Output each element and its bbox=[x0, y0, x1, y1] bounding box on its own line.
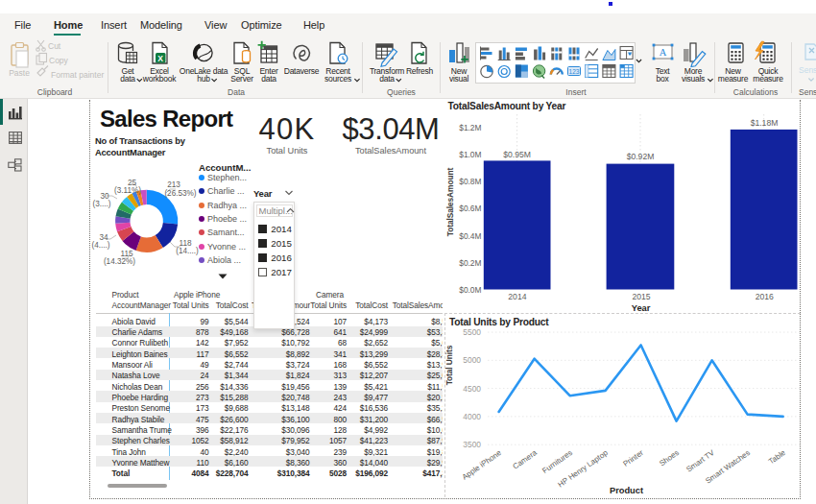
svg-text:Camera: Camera bbox=[511, 448, 539, 471]
svg-text:visual: visual bbox=[449, 74, 469, 84]
svg-text:2016: 2016 bbox=[756, 292, 774, 301]
svg-text:$0.4M: $0.4M bbox=[459, 231, 481, 241]
svg-text:Total Units: Total Units bbox=[444, 345, 454, 385]
svg-text:2015: 2015 bbox=[633, 292, 651, 301]
svg-text:3500: 3500 bbox=[463, 440, 481, 449]
svg-text:Year: Year bbox=[632, 303, 651, 313]
svg-text:$0.2M: $0.2M bbox=[459, 258, 481, 268]
svg-text:TotalSalesAmount by Year: TotalSalesAmount by Year bbox=[448, 101, 566, 111]
svg-text:$1.2M: $1.2M bbox=[459, 123, 481, 132]
svg-text:box: box bbox=[657, 74, 670, 84]
svg-text:data: data bbox=[261, 74, 276, 84]
svg-text:A: A bbox=[660, 47, 667, 58]
svg-text:2014: 2014 bbox=[508, 292, 526, 301]
svg-text:Product: Product bbox=[610, 486, 643, 495]
svg-text:sources: sources bbox=[324, 74, 351, 84]
svg-text:(4....): (4....) bbox=[91, 241, 109, 250]
svg-text:Furnitures: Furnitures bbox=[540, 448, 574, 475]
svg-text:$0.95M: $0.95M bbox=[503, 150, 531, 159]
svg-text:X: X bbox=[157, 54, 163, 63]
svg-text:(3.11%): (3.11%) bbox=[114, 186, 141, 195]
svg-text:measure: measure bbox=[753, 74, 783, 84]
svg-text:Shoes: Shoes bbox=[658, 448, 681, 468]
svg-text:4500: 4500 bbox=[463, 384, 481, 394]
svg-text:$1.0M: $1.0M bbox=[459, 150, 481, 159]
svg-text:$0.0M: $0.0M bbox=[459, 285, 481, 295]
svg-text:data: data bbox=[379, 74, 395, 84]
svg-text:workbook: workbook bbox=[142, 74, 177, 84]
svg-text:$0.92M: $0.92M bbox=[627, 152, 655, 161]
svg-text:measure: measure bbox=[718, 74, 749, 84]
svg-text:hub: hub bbox=[197, 74, 210, 84]
svg-text:Smart TV: Smart TV bbox=[684, 448, 716, 474]
svg-text:$1.18M: $1.18M bbox=[751, 118, 779, 128]
svg-text:Server: Server bbox=[230, 74, 253, 84]
svg-text:Paste: Paste bbox=[9, 68, 30, 78]
svg-text:5500: 5500 bbox=[463, 327, 481, 337]
svg-text:Printer: Printer bbox=[621, 448, 645, 468]
svg-text:(14....): (14....) bbox=[176, 247, 199, 255]
svg-text:Dataverse: Dataverse bbox=[284, 66, 320, 76]
svg-text:115: 115 bbox=[120, 250, 132, 258]
svg-text:Table: Table bbox=[767, 448, 787, 467]
svg-text:Apple iPhone: Apple iPhone bbox=[461, 448, 504, 482]
svg-text:(3....): (3....) bbox=[92, 200, 110, 208]
svg-text:data: data bbox=[120, 74, 135, 84]
svg-text:$0.8M: $0.8M bbox=[459, 177, 481, 186]
svg-text:Cut: Cut bbox=[48, 41, 61, 51]
svg-text:Copy: Copy bbox=[49, 56, 69, 65]
svg-text:$0.6M: $0.6M bbox=[459, 204, 481, 213]
svg-text:Format painter: Format painter bbox=[51, 70, 104, 80]
svg-text:4000: 4000 bbox=[463, 412, 481, 421]
svg-text:123: 123 bbox=[569, 68, 580, 75]
svg-text:Total Units by Product: Total Units by Product bbox=[449, 317, 549, 327]
svg-text:Sensi: Sensi bbox=[799, 65, 816, 75]
svg-text:(14.32%): (14.32%) bbox=[104, 257, 135, 266]
svg-text:(26.53%): (26.53%) bbox=[164, 189, 196, 198]
svg-text:Refresh: Refresh bbox=[406, 66, 434, 76]
svg-text:5000: 5000 bbox=[463, 355, 481, 365]
svg-text:TotalSalesAmount: TotalSalesAmount bbox=[445, 168, 455, 237]
svg-text:visuals: visuals bbox=[682, 74, 705, 84]
